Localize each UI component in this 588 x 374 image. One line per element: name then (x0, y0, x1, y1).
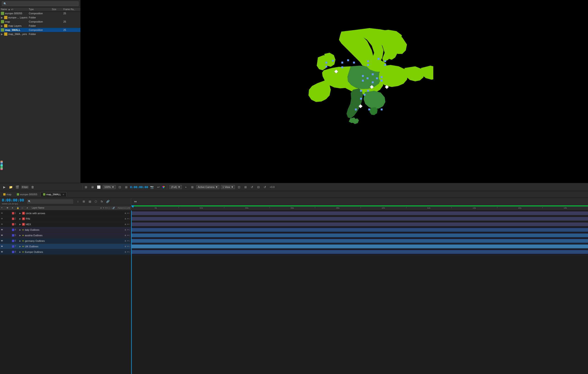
col-framerate-header: Frame Ra... (63, 8, 79, 11)
expand-icon[interactable]: ▶ (1, 33, 3, 36)
monitor-icon[interactable]: 🖥 (90, 184, 95, 190)
svg-rect-22 (325, 62, 327, 64)
svg-rect-1 (367, 60, 369, 62)
camera-dropdown[interactable]: Active Camera ▼ (196, 185, 220, 189)
layer-expand-5[interactable]: ▶ (19, 234, 22, 236)
layer-search-input[interactable] (27, 199, 73, 204)
track-bar-7 (131, 245, 588, 248)
ruler-mark-18s: 18s (542, 207, 588, 209)
comp-button[interactable]: ⊞ (82, 199, 86, 204)
transparency-grid-icon[interactable]: ▪ (183, 184, 188, 190)
quality-dropdown[interactable]: (Full) ▼ (169, 185, 182, 189)
grid-icon[interactable]: ⊞ (124, 184, 129, 190)
layer-expand-1[interactable]: ▶ (19, 212, 22, 214)
tab-menu-icon: ≡ (63, 193, 64, 196)
project-item[interactable]: ▶ map Layers Folder (0, 24, 80, 28)
comp-icon (1, 20, 4, 23)
project-item[interactable]: europe-305055 Composition 25 (0, 11, 80, 15)
project-search-bar (0, 0, 80, 8)
project-item[interactable]: ▶ map_SMA...yers Folder (0, 32, 80, 36)
svg-rect-27 (355, 108, 357, 110)
views-dropdown[interactable]: 1 View ▼ (221, 185, 235, 189)
track-bar-4 (131, 228, 588, 232)
layer-name-8: Europe Outlines (25, 251, 124, 253)
layer-fx-icon-1: fx (22, 212, 25, 215)
eye-toggle-4[interactable]: 👁 (1, 229, 4, 231)
zoom-dropdown[interactable]: 100% ▼ (103, 185, 116, 189)
tab-map[interactable]: map (1, 192, 14, 196)
layer-expand-2[interactable]: ▶ (19, 218, 22, 220)
always-preview-icon[interactable]: ⊞ (83, 184, 88, 190)
tab-europe[interactable]: europe-305055 (14, 192, 40, 196)
track-bar-8 (131, 250, 588, 254)
track-bar-2 (131, 217, 588, 221)
parent-pick-icon[interactable]: ↕ (75, 199, 80, 204)
eye-toggle-5[interactable]: 👁 (1, 234, 4, 236)
layer-expand-8[interactable]: ▶ (19, 251, 22, 253)
show-snapshot-icon[interactable]: ↩ (156, 184, 161, 190)
tab-europe-label: europe-305055 (20, 193, 37, 196)
layer-expand-4[interactable]: ▶ (19, 229, 22, 231)
comp-button-icon[interactable]: ⊟ (256, 184, 261, 190)
color-wheel-icon (162, 186, 165, 188)
render-queue-icon[interactable]: ▶ (2, 184, 7, 190)
render-icon[interactable]: ↺ (262, 184, 267, 190)
svg-rect-11 (372, 74, 374, 75)
layer-rows-list: 👁 1 ▶ fx circle with arrows ⊕ ✦ / 🔗 (0, 211, 131, 374)
mask-button[interactable]: ⬡ (94, 199, 98, 204)
layer-name-3: HEX (26, 223, 124, 226)
effect-button[interactable]: fx (99, 199, 104, 204)
fit-to-comp-icon[interactable]: ⊡ (117, 184, 122, 190)
timeline-timecode[interactable]: 0:00:00:00 (2, 198, 24, 203)
svg-rect-7 (347, 59, 349, 61)
star-icon-8: ★ (22, 251, 24, 253)
project-item[interactable]: ▶ europe-... Layers Folder (0, 15, 80, 20)
folder-icon[interactable]: 📁 (8, 184, 13, 190)
layers-panel: ▼ 👁 ☀ 🔒 □ # Layer Name ⊕ ✦ FX ⬡ ↕ 🔗 Pare… (0, 205, 131, 374)
layer-color-1 (12, 212, 14, 214)
link-button[interactable]: 🔗 (105, 199, 110, 204)
layer-color-3 (12, 223, 14, 225)
layer-props-4: ⊕ ✦ / (125, 229, 130, 231)
ruler-mark-8s: 08s (315, 207, 360, 209)
eye-toggle-2[interactable]: 👁 (1, 218, 4, 220)
expand-icon[interactable]: ▶ (1, 24, 3, 27)
playhead-line (131, 211, 132, 374)
layer-num-3: 3 (15, 223, 19, 225)
layer-fx-icon-3: fx (22, 223, 25, 226)
viewer-timecode[interactable]: 0:00:00:00 (130, 185, 148, 189)
layer-expand-7[interactable]: ▶ (19, 245, 22, 247)
project-search-input[interactable] (2, 1, 79, 6)
layer-color-4 (12, 229, 14, 231)
views-label: 1 View (222, 186, 230, 188)
svg-rect-2 (378, 58, 379, 60)
eye-toggle-8[interactable]: 👁 (1, 251, 4, 253)
trash-icon[interactable]: 🗑 (30, 184, 35, 190)
eye-toggle-6[interactable]: 👁 (1, 240, 4, 242)
layer-expand-6[interactable]: ▶ (19, 240, 22, 242)
project-item[interactable]: map_SMALL Composition 25 (0, 28, 80, 32)
ruler-mark-16s: 16s (497, 207, 543, 209)
track-bar-6 (131, 239, 588, 243)
eye-toggle-3[interactable]: 👁 (1, 223, 4, 225)
ruler-mark-10s: 10s (360, 207, 406, 209)
expand-icon[interactable]: ▶ (1, 16, 3, 19)
tab-map-small[interactable]: map_SMALL ≡ (41, 192, 66, 196)
layer-row: 👁 2 ▶ fx PIN ⊕ ✦ / 🔗 None (0, 216, 131, 222)
region-interest-icon[interactable]: ⬜ (96, 184, 101, 190)
project-item[interactable]: map Composition 25 (0, 20, 80, 24)
svg-rect-8 (353, 62, 355, 64)
snapshot-icon[interactable]: 📷 (149, 184, 155, 190)
comp-settings-icon[interactable]: 🎬 (15, 184, 20, 190)
choose-layer-icon[interactable]: ⊡ (236, 184, 242, 190)
layer-button[interactable]: ▤ (87, 199, 92, 204)
svg-rect-16 (367, 77, 368, 79)
region-icon[interactable]: ⊞ (190, 184, 195, 190)
layer-expand-3[interactable]: ▶ (19, 223, 22, 225)
eye-toggle-1[interactable]: 👁 (1, 212, 4, 214)
goto-start-icon[interactable]: ⏮ (133, 199, 138, 204)
zoom-level-label: 100% (104, 186, 111, 188)
reset-icon[interactable]: ↺ (249, 184, 254, 190)
comp-flowchart-icon[interactable]: ⊞ (243, 184, 248, 190)
eye-toggle-7[interactable]: 👁 (1, 245, 4, 247)
